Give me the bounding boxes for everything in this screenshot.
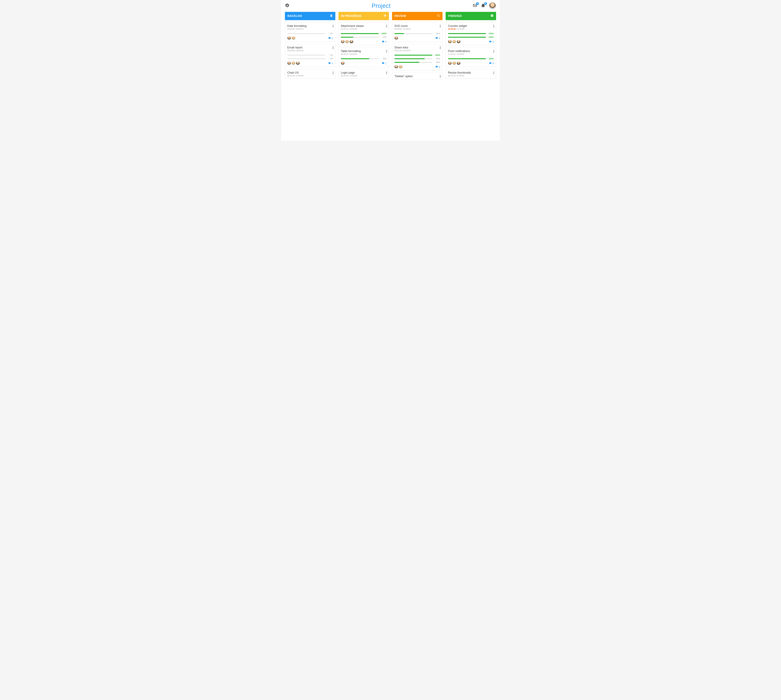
card-comments-button[interactable]: 8	[489, 62, 494, 65]
card-menu-button[interactable]: •••	[386, 25, 387, 28]
assignee-avatar[interactable]	[448, 62, 452, 65]
card-footer: 8	[448, 62, 494, 65]
assignee-avatar[interactable]	[296, 62, 300, 65]
progress-track	[341, 58, 379, 59]
progress-label: 75%	[380, 58, 386, 60]
settings-button[interactable]	[285, 6, 290, 8]
card-menu-button[interactable]: •••	[493, 50, 495, 53]
card-assignees	[341, 40, 353, 43]
card-title: Push notifications	[448, 50, 494, 53]
card-menu-button[interactable]: •••	[333, 25, 334, 28]
card-comments-count: 3	[332, 62, 333, 65]
card[interactable]: Date formatting00:00:00 / 00:00:00•••0%0	[285, 22, 335, 42]
card-planned: 12:00:00	[457, 53, 464, 55]
card-menu-button[interactable]: •••	[333, 46, 334, 49]
assignee-avatar[interactable]	[457, 62, 460, 65]
progress-track	[287, 55, 325, 56]
card-menu-button[interactable]: •••	[493, 25, 495, 28]
card-elapsed: 03:15:11	[341, 28, 348, 30]
column-header-in_progress[interactable]: IN PROGRESS	[338, 12, 389, 20]
card-comments-button[interactable]: 3	[328, 62, 333, 65]
card-times: 02:26:08 / 01:30:00	[448, 28, 494, 30]
card-menu-button[interactable]: •••	[386, 72, 387, 74]
card-comments-button[interactable]: 4	[435, 37, 440, 40]
card[interactable]: Resize thumbnails06:32:28 / 07:00:00•••	[446, 69, 496, 78]
mail-button[interactable]: 6	[473, 3, 477, 8]
card-progress-bars: 25%	[395, 32, 440, 35]
assignee-avatar[interactable]	[448, 40, 452, 43]
card[interactable]: Attachment viewer03:15:11 / 04:00:00•••1…	[338, 22, 389, 45]
card[interactable]: “Delete” option•••	[392, 73, 443, 80]
card[interactable]: Login page08:33:29 / 15:00:00•••	[338, 69, 389, 78]
card-elapsed: 00:39:05	[395, 28, 402, 30]
card-menu-button[interactable]: •••	[440, 75, 441, 78]
profile-avatar[interactable]	[489, 2, 496, 9]
assignee-avatar[interactable]	[395, 36, 398, 40]
assignee-avatar[interactable]	[341, 40, 345, 43]
column-header-review[interactable]: REVIEW	[392, 12, 443, 20]
progress-bar: 0%	[287, 32, 333, 35]
card[interactable]: Counter widget02:26:08 / 01:30:00•••100%…	[446, 22, 496, 45]
assignee-avatar[interactable]	[452, 62, 456, 65]
card[interactable]: Share links03:51:28 / 06:30:00•••100%80%…	[392, 44, 443, 70]
assignee-avatar[interactable]	[291, 62, 295, 65]
progress-label: 0%	[327, 32, 333, 35]
assignee-avatar[interactable]	[345, 40, 349, 43]
card[interactable]: Push notifications11:04:10 / 12:00:00•••…	[446, 48, 496, 67]
card-assignees	[287, 36, 295, 40]
card-comments-button[interactable]: 9	[489, 40, 494, 43]
card-title: SVG icons	[395, 24, 440, 28]
card-elapsed: 00:56:12	[341, 53, 348, 55]
column-header-finished[interactable]: FINISHED	[446, 12, 496, 20]
card-title: Date formatting	[287, 24, 333, 28]
progress-label: 100%	[488, 58, 494, 60]
progress-bar: 100%	[448, 36, 494, 38]
progress-track	[395, 58, 432, 59]
assignee-avatar[interactable]	[287, 36, 291, 40]
card[interactable]: Table formatting00:56:12 / 04:00:00•••75…	[338, 48, 389, 67]
card-menu-button[interactable]: •••	[493, 72, 495, 74]
card[interactable]: Chart UX08:33:29 / 15:00:00•••	[285, 69, 335, 78]
progress-track	[287, 58, 325, 59]
assignee-avatar[interactable]	[350, 40, 353, 43]
card-comments-count: 0	[332, 37, 333, 40]
card-comments-button[interactable]: 0	[328, 37, 333, 40]
assignee-avatar[interactable]	[399, 65, 403, 69]
card-comments-count: 1	[385, 62, 386, 65]
card-menu-button[interactable]: •••	[440, 25, 441, 28]
assignee-avatar[interactable]	[452, 40, 456, 43]
card-menu-button[interactable]: •••	[440, 46, 441, 49]
card-comments-button[interactable]: 8	[435, 65, 440, 68]
card-menu-button[interactable]: •••	[386, 50, 387, 53]
card-times: 00:56:12 / 04:00:00	[341, 53, 386, 55]
card-comments-count: 5	[385, 40, 386, 43]
card-comments-button[interactable]: 5	[382, 40, 386, 43]
card-planned: 07:00:00	[457, 75, 464, 77]
progress-bar: 75%	[341, 58, 386, 60]
card-progress-bars: 100%80%66%	[395, 54, 440, 63]
assignee-avatar[interactable]	[291, 36, 295, 40]
card-planned: 00:00:00	[296, 50, 303, 52]
assignee-avatar[interactable]	[457, 40, 460, 43]
card-planned: 15:00:00	[296, 75, 303, 77]
card-footer: 4	[395, 36, 440, 40]
card-title: Chart UX	[287, 71, 333, 74]
progress-label: 0%	[327, 58, 333, 60]
card-menu-button[interactable]: •••	[333, 72, 334, 74]
column-header-backlog[interactable]: BACKLOG	[285, 12, 335, 20]
card[interactable]: SVG icons00:39:05 / 01:00:00•••25%4	[392, 22, 443, 42]
card-progress-bars: 0%0%	[287, 54, 333, 60]
progress-fill	[395, 55, 432, 56]
progress-bar: 66%	[395, 61, 440, 63]
progress-label: 0%	[327, 54, 333, 56]
progress-fill	[395, 33, 404, 34]
assignee-avatar[interactable]	[395, 65, 398, 69]
card-title: Login page	[341, 71, 386, 74]
assignee-avatar[interactable]	[341, 62, 345, 65]
assignee-avatar[interactable]	[287, 62, 291, 65]
card[interactable]: Email report00:46:09 / 00:00:00•••0%0%3	[285, 44, 335, 67]
gear-icon	[285, 3, 290, 8]
notifications-button[interactable]: 8	[481, 3, 485, 8]
progress-label: 66%	[434, 61, 440, 63]
card-comments-button[interactable]: 1	[382, 62, 386, 65]
